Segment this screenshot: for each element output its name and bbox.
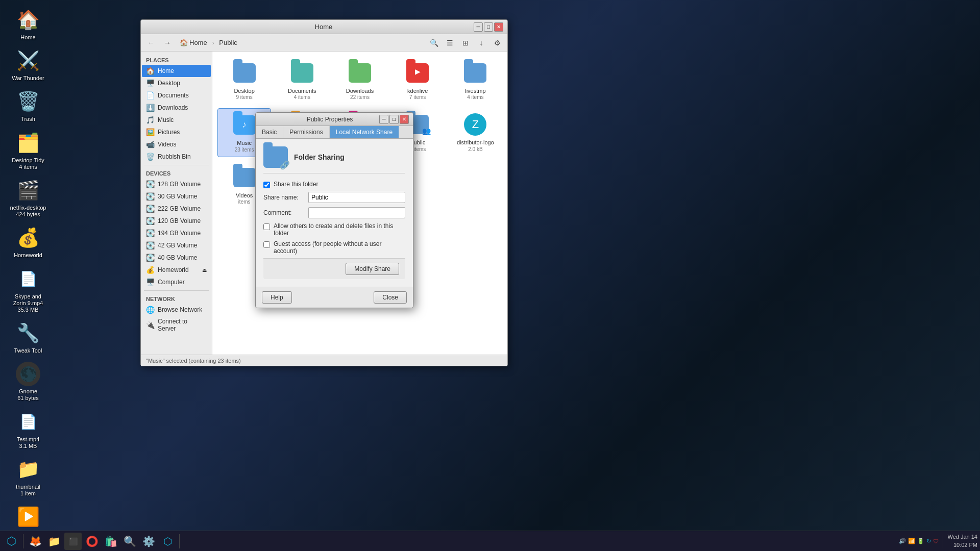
file-item-documents[interactable]: Documents 4 items [275, 57, 329, 104]
desktop-icon-test-mp4[interactable]: 📄 Test.mp4 3.1 MB [5, 407, 51, 452]
desktop-icon-trash[interactable]: 🗑️ Trash [5, 87, 51, 125]
sidebar-item-browse-network[interactable]: 🌐 Browse Network [142, 304, 211, 316]
minimize-button[interactable]: ─ [474, 22, 483, 32]
file-item-kdenlive[interactable]: ▶ kdenlive 7 items [391, 57, 445, 104]
videos-sidebar-icon: 📹 [146, 140, 155, 148]
sidebar-item-40gb[interactable]: 💽 40 GB Volume [142, 252, 211, 264]
sidebar-item-desktop[interactable]: 🖥️ Desktop [142, 77, 211, 89]
network-section-title: Network [141, 293, 212, 304]
sidebar-item-documents[interactable]: 📄 Documents [142, 89, 211, 102]
taskbar-files[interactable]: 📁 [45, 533, 63, 550]
downloads-sidebar-icon: ⬇️ [146, 104, 155, 112]
taskbar-zorin-connect[interactable]: ⬡ [159, 533, 176, 550]
dialog-minimize-button[interactable]: ─ [379, 115, 388, 124]
taskbar-sep-1 [23, 534, 23, 548]
desktop-icon-netflix[interactable]: 🎬 netflix-desktop 424 bytes [5, 176, 51, 220]
taskbar-sep-3 [943, 534, 943, 548]
sidebar-item-downloads[interactable]: ⬇️ Downloads [142, 102, 211, 114]
status-bar: "Music" selected (containing 23 items) [141, 355, 507, 366]
settings-button[interactable]: ⚙ [490, 36, 504, 49]
download-button[interactable]: ↓ [474, 36, 488, 49]
desktop-icon-war-thunder[interactable]: ⚔️ War Thunder [5, 46, 51, 84]
search-button[interactable]: 🔍 [427, 36, 441, 49]
taskbar-terminal[interactable]: ⬛ [64, 533, 82, 550]
guest-access-label[interactable]: Guest access (for people without a user … [274, 240, 405, 255]
computer-icon: 🖥️ [146, 278, 155, 286]
sidebar-item-42gb[interactable]: 💽 42 GB Volume [142, 239, 211, 252]
connect-server-icon: 🔌 [146, 321, 155, 329]
taskbar-settings[interactable]: ⚙️ [140, 533, 157, 550]
taskbar-firefox[interactable]: 🦊 [27, 533, 44, 550]
dialog-section-title: Folder Sharing [294, 153, 345, 161]
help-button[interactable]: Help [262, 291, 292, 304]
network-tray-icon[interactable]: 📶 [908, 538, 915, 544]
sidebar-item-30gb[interactable]: 💽 30 GB Volume [142, 190, 211, 203]
test-mp4-label: Test.mp4 3.1 MB [17, 436, 40, 449]
sidebar-item-home[interactable]: 🏠 Home [142, 65, 211, 77]
sidebar-item-pictures[interactable]: 🖼️ Pictures [142, 126, 211, 138]
share-this-folder-label[interactable]: Share this folder [274, 181, 318, 188]
file-item-livestmp[interactable]: livestmp 4 items [449, 57, 502, 104]
close-dialog-button[interactable]: Close [374, 291, 407, 304]
taskbar-zorin-menu[interactable]: ⬡ [3, 533, 20, 550]
tweak-tool-label: Tweak Tool [14, 347, 42, 354]
desktop-icon-thumbnail[interactable]: 📁 thumbnail 1 item [5, 455, 51, 499]
desktop-icon-skype[interactable]: 📄 Skype and Zorin 9.mp4 35.3 MB [5, 264, 51, 316]
documents-sidebar-icon: 📄 [146, 91, 155, 99]
sidebar-item-rubbish-bin[interactable]: 🗑️ Rubbish Bin [142, 151, 211, 163]
back-button[interactable]: ← [144, 36, 158, 49]
battery-icon: 🔋 [917, 538, 924, 544]
taskbar-right: 🔊 📶 🔋 ↻ 🛡 Wed Jan 14 10:02 PM [899, 533, 977, 549]
sidebar-item-194gb[interactable]: 💽 194 GB Volume [142, 227, 211, 239]
close-button[interactable]: ✕ [494, 22, 503, 32]
sidebar-item-128gb[interactable]: 💽 128 GB Volume [142, 178, 211, 190]
breadcrumb-public[interactable]: Public [216, 38, 240, 47]
desktop: 🏠 Home ⚔️ War Thunder 🗑️ Trash 🗂️ Deskto… [0, 0, 980, 551]
comment-input[interactable] [308, 207, 405, 218]
taskbar-opera[interactable]: ⭕ [83, 533, 101, 550]
file-item-desktop[interactable]: Desktop 9 items [217, 57, 271, 104]
sidebar-item-connect-server[interactable]: 🔌 Connect to Server [142, 316, 211, 334]
sidebar-item-120gb[interactable]: 💽 120 GB Volume [142, 215, 211, 227]
share-name-input[interactable] [308, 192, 405, 203]
breadcrumb-home[interactable]: 🏠 Home [177, 38, 210, 47]
sidebar-item-music[interactable]: 🎵 Music [142, 114, 211, 126]
allow-others-label[interactable]: Allow others to create and delete files … [274, 222, 405, 237]
devices-section-title: Devices [141, 167, 212, 178]
maximize-button[interactable]: □ [484, 22, 493, 32]
tab-basic[interactable]: Basic [256, 126, 283, 138]
desktop-folder-icon [232, 61, 257, 85]
desktop-icon-home[interactable]: 🏠 Home [5, 5, 51, 43]
sidebar-item-computer[interactable]: 🖥️ Computer [142, 276, 211, 288]
desktop-icon-tweak-tool[interactable]: 🔧 Tweak Tool [5, 318, 51, 357]
sidebar-item-homeworld-device[interactable]: 💰 Homeworld ⏏ [142, 264, 211, 276]
desktop-icon-homeworld[interactable]: 💰 Homeworld [5, 223, 51, 261]
guest-access-checkbox[interactable] [263, 241, 270, 248]
home-icon-label: Home [20, 34, 35, 41]
sidebar-item-222gb[interactable]: 💽 222 GB Volume [142, 203, 211, 215]
file-item-distributor-logo[interactable]: Z distributor-logo 2.0 kB [449, 108, 502, 157]
volume-icon[interactable]: 🔊 [899, 538, 906, 544]
tab-permissions[interactable]: Permissions [283, 126, 329, 138]
shield-icon[interactable]: 🛡 [933, 538, 939, 544]
taskbar-clock[interactable]: Wed Jan 14 10:02 PM [947, 533, 977, 549]
list-view-button[interactable]: ☰ [443, 36, 457, 49]
tab-local-network-share[interactable]: Local Network Share [330, 126, 399, 138]
modify-share-button[interactable]: Modify Share [346, 263, 399, 275]
update-icon[interactable]: ↻ [926, 538, 931, 544]
taskbar-software[interactable]: 🛍️ [102, 533, 119, 550]
desktop-icon-desktop-tidy[interactable]: 🗂️ Desktop Tidy 4 items [5, 128, 51, 173]
sidebar-item-videos[interactable]: 📹 Videos [142, 138, 211, 151]
file-item-downloads[interactable]: Downloads 22 items [333, 57, 386, 104]
eject-icon[interactable]: ⏏ [202, 267, 207, 273]
grid-view-button[interactable]: ⊞ [458, 36, 473, 49]
guest-access-row: Guest access (for people without a user … [263, 240, 405, 255]
dialog-maximize-button[interactable]: □ [389, 115, 399, 124]
desktop-icon-gnome[interactable]: 🌑 Gnome 61 bytes [5, 359, 51, 404]
rubbish-bin-sidebar-icon: 🗑️ [146, 153, 155, 161]
share-this-folder-checkbox[interactable] [263, 182, 270, 188]
taskbar-search[interactable]: 🔍 [121, 533, 138, 550]
allow-others-checkbox[interactable] [263, 223, 270, 230]
forward-button[interactable]: → [160, 36, 175, 49]
dialog-close-button[interactable]: ✕ [400, 115, 409, 124]
